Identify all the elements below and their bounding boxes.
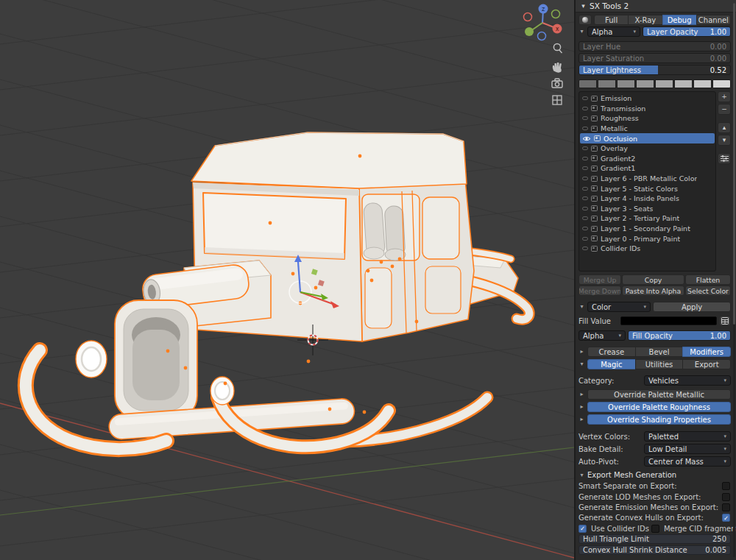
- layer-row-layer-5-static-colors[interactable]: Layer 5 - Static Colors: [580, 183, 715, 194]
- layer-row-overlay[interactable]: Overlay: [580, 143, 715, 154]
- layer-row-metallic[interactable]: Metallic: [580, 124, 715, 134]
- remove-layer-button[interactable]: −: [718, 104, 731, 115]
- paste-into-alpha-button[interactable]: Paste Into Alpha: [622, 286, 684, 296]
- layer-row-gradient1[interactable]: Gradient1: [580, 163, 715, 174]
- override-shading-properties-button[interactable]: Override Shading Properties: [587, 414, 731, 425]
- layer-lightness-slider[interactable]: Layer Lightness0.52: [578, 65, 731, 75]
- palette-swatch-5[interactable]: [655, 79, 673, 88]
- category-dropdown[interactable]: Vehicles ▾: [644, 375, 731, 386]
- visibility-toggle[interactable]: [582, 216, 588, 220]
- use-collider-ids-checkbox[interactable]: ✓: [578, 525, 587, 533]
- chevron-down-icon: ▾: [578, 304, 585, 310]
- visibility-toggle[interactable]: [582, 237, 588, 241]
- palette-swatch-6[interactable]: [674, 79, 693, 88]
- shading-mode-x-ray[interactable]: X-Ray: [628, 15, 662, 25]
- merge-down-button[interactable]: Merge Down: [578, 286, 621, 296]
- layer-row-roughness[interactable]: Roughness: [580, 113, 715, 124]
- tool-tab-modifiers[interactable]: Modifiers: [682, 347, 731, 357]
- visibility-toggle[interactable]: [582, 146, 588, 150]
- palette-swatch-4[interactable]: [636, 79, 654, 88]
- visibility-toggle[interactable]: [582, 247, 588, 250]
- move-layer-down-button[interactable]: ▾: [718, 135, 731, 146]
- layer-row-emission[interactable]: Emission: [580, 93, 715, 104]
- layer-row-layer-0-primary-paint[interactable]: Layer 0 - Primary Paint: [580, 233, 715, 244]
- layer-row-collider-ids[interactable]: Collider IDs: [580, 244, 715, 254]
- layer-row-occlusion[interactable]: Occlusion: [580, 133, 715, 143]
- palette-swatch-2[interactable]: [598, 79, 616, 88]
- shading-mode-debug[interactable]: Debug: [662, 15, 697, 25]
- export-mesh-generation-header[interactable]: ▾ Export Mesh Generation: [578, 471, 731, 479]
- palette-swatch-8[interactable]: [712, 79, 731, 88]
- vertex-colors-label: Vertex Colors:: [578, 433, 642, 441]
- tool-tab-bevel[interactable]: Bevel: [635, 347, 684, 357]
- layer-row-gradient2[interactable]: Gradient2: [580, 154, 715, 164]
- visibility-toggle[interactable]: [582, 187, 588, 191]
- fill-opacity-label: Fill Opacity: [632, 332, 673, 340]
- palette-swatch-3[interactable]: [617, 79, 635, 88]
- visibility-toggle[interactable]: [582, 127, 588, 130]
- merge-cid-fragments-checkbox[interactable]: [651, 525, 659, 533]
- palette-swatch-7[interactable]: [693, 79, 712, 88]
- layer-row-layer-2-tertiary-paint[interactable]: Layer 2 - Tertiary Paint: [580, 213, 715, 224]
- move-layer-up-button[interactable]: ▴: [718, 122, 731, 133]
- copy-button[interactable]: Copy: [622, 274, 684, 285]
- palette-swatch-1[interactable]: [578, 79, 597, 88]
- fill-value-swatch[interactable]: [620, 316, 717, 325]
- visibility-toggle[interactable]: [582, 166, 588, 170]
- layer-saturation-slider[interactable]: Layer Saturation0.00: [578, 53, 731, 63]
- visibility-toggle[interactable]: [582, 157, 588, 160]
- fill-mode-dropdown[interactable]: Color ▾: [587, 302, 651, 312]
- viewport-3d[interactable]: z x: [0, 0, 574, 560]
- chevron-down-icon: ▾: [643, 305, 646, 310]
- apply-button[interactable]: Apply: [653, 302, 731, 312]
- panel-scrollbar[interactable]: [733, 3, 735, 557]
- mode-tab-utilities[interactable]: Utilities: [635, 359, 684, 369]
- override-palette-metallic-button[interactable]: Override Palette Metallic: [587, 389, 731, 400]
- color-library-button[interactable]: [719, 316, 731, 326]
- layer-row-layer-1-secondary-paint[interactable]: Layer 1 - Secondary Paint: [580, 224, 715, 234]
- layer-name: Layer 1 - Secondary Paint: [601, 224, 690, 233]
- layer-row-layer-6-pbr-metallic-color[interactable]: Layer 6 - PBR Metallic Color: [580, 174, 715, 184]
- fill-opacity-slider[interactable]: Fill Opacity 1.00: [628, 330, 731, 341]
- visibility-toggle[interactable]: [582, 177, 588, 180]
- visibility-toggle[interactable]: [582, 196, 588, 200]
- smart-separate-on-export-checkbox[interactable]: [722, 482, 730, 490]
- shading-options-button[interactable]: [578, 15, 592, 25]
- add-layer-button[interactable]: +: [718, 91, 731, 102]
- fill-alpha-dropdown[interactable]: Alpha ▾: [578, 330, 626, 341]
- visibility-toggle[interactable]: [582, 227, 588, 230]
- panel-header[interactable]: ▾ SX Tools 2: [576, 0, 736, 13]
- mode-tab-magic[interactable]: Magic: [587, 359, 636, 369]
- mode-tab-export[interactable]: Export: [682, 359, 731, 369]
- shading-mode-channel[interactable]: Channel: [696, 15, 731, 25]
- hull-triangle-limit-field[interactable]: Hull Triangle Limit250: [578, 534, 731, 544]
- visibility-toggle[interactable]: [582, 96, 588, 100]
- auto-pivot-dropdown[interactable]: Center of Mass▾: [644, 456, 731, 467]
- generate-emission-meshes-on-export-checkbox[interactable]: [722, 503, 730, 511]
- shading-mode-full[interactable]: Full: [594, 15, 629, 25]
- generate-lod-meshes-on-export-checkbox[interactable]: [722, 493, 730, 501]
- layer-specials-menu-button[interactable]: [718, 153, 731, 164]
- visibility-toggle[interactable]: [582, 107, 588, 110]
- fill-value-label: Fill Value: [578, 317, 618, 325]
- layer-row-layer-3-seats[interactable]: Layer 3 - Seats: [580, 204, 715, 214]
- visibility-toggle[interactable]: [582, 207, 588, 210]
- car-grille[interactable]: [115, 300, 197, 419]
- generate-convex-hulls-on-export-checkbox[interactable]: ✓: [722, 514, 730, 522]
- override-palette-roughness-button[interactable]: Override Palette Roughness: [587, 402, 731, 412]
- layer-name: Layer 0 - Primary Paint: [601, 235, 680, 243]
- merge-up-button[interactable]: Merge Up: [578, 274, 621, 285]
- chevron-right-icon: ▸: [578, 417, 585, 422]
- layer-row-layer-4-inside-panels[interactable]: Layer 4 - Inside Panels: [580, 194, 715, 204]
- convex-hull-shrink-distance-field[interactable]: Convex Hull Shrink Distance0.005: [578, 545, 731, 555]
- layer-opacity-slider[interactable]: Layer Opacity 1.00: [643, 26, 731, 37]
- layer-row-transmission[interactable]: Transmission: [580, 104, 715, 114]
- bake-detail-dropdown[interactable]: Low Detail▾: [644, 444, 731, 454]
- layer-hue-slider[interactable]: Layer Hue0.00: [578, 41, 731, 52]
- flatten-button[interactable]: Flatten: [685, 274, 731, 285]
- visibility-toggle[interactable]: [582, 116, 588, 120]
- select-color-button[interactable]: Select Color: [685, 286, 731, 296]
- tool-tab-crease[interactable]: Crease: [587, 347, 636, 357]
- vertex-colors-dropdown[interactable]: Paletted▾: [644, 431, 731, 442]
- blend-mode-dropdown[interactable]: Alpha ▾: [587, 26, 640, 37]
